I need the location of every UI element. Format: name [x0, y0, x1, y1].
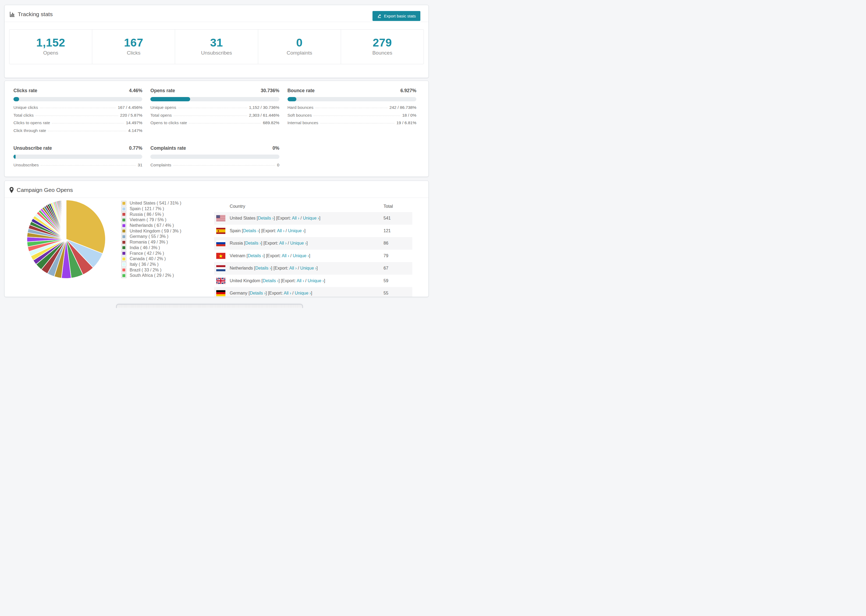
- export-unique-link[interactable]: Unique ›: [300, 266, 316, 270]
- legend-swatch: [121, 240, 126, 245]
- rate-title: Complaints rate: [150, 145, 186, 151]
- details-link[interactable]: Details ›: [245, 241, 261, 245]
- rate-detail-label: Total clicks: [13, 113, 34, 118]
- table-row: Vietnam [Details ›] [Export: All › / Uni…: [214, 250, 412, 262]
- country-name: Spain: [230, 228, 241, 233]
- table-row: Spain [Details ›] [Export: All › / Uniqu…: [214, 225, 412, 237]
- country-name: Vietnam: [230, 253, 245, 258]
- export-all-link[interactable]: All ›: [297, 278, 304, 283]
- export-all-link[interactable]: All ›: [277, 228, 285, 233]
- table-row: United Kingdom [Details ›] [Export: All …: [214, 275, 412, 287]
- export-basic-stats-button[interactable]: Export basic stats: [373, 11, 420, 21]
- legend-swatch: [121, 223, 126, 228]
- export-unique-link[interactable]: Unique ›: [288, 228, 304, 233]
- rate-title: Opens rate: [150, 88, 175, 94]
- export-unique-link[interactable]: Unique ›: [290, 241, 306, 245]
- details-link[interactable]: Details ›: [255, 266, 271, 270]
- rate-detail-value: 242 / 86.738%: [389, 105, 416, 110]
- rate-progress-bar: [13, 97, 142, 101]
- tracking-stats-card: Tracking stats Export basic stats 1,152 …: [4, 5, 429, 78]
- legend-item: France ( 42 / 2% ): [121, 250, 181, 256]
- rate-title: Bounce rate: [288, 88, 315, 94]
- legend-label: Netherlands ( 67 / 4% ): [130, 223, 174, 228]
- legend-swatch: [121, 256, 126, 261]
- rate-detail-value: 167 / 4.456%: [118, 105, 142, 110]
- legend-item: Canada ( 40 / 2% ): [121, 256, 181, 262]
- legend-swatch: [121, 251, 126, 256]
- legend-swatch: [121, 206, 126, 212]
- country-flag: [216, 240, 225, 247]
- rate-value: 0%: [272, 145, 279, 151]
- legend-swatch: [121, 273, 126, 278]
- rate-value: 30.736%: [261, 88, 279, 94]
- rate-value: 6.927%: [400, 88, 416, 94]
- table-header-row: Country Total: [214, 200, 412, 212]
- rate-block: Clicks rate 4.46% Unique clicks 167 / 4.…: [13, 88, 142, 136]
- geo-header: Campaign Geo Opens: [5, 181, 428, 198]
- rate-progress-bar: [288, 97, 416, 101]
- legend-item: Russia ( 86 / 5% ): [121, 212, 181, 217]
- export-all-link[interactable]: All ›: [282, 253, 290, 258]
- rate-detail-row: Internal bounces 19 / 6.81%: [288, 120, 416, 128]
- stat-value: 279: [341, 36, 424, 49]
- rate-progress-fill: [13, 97, 19, 101]
- legend-swatch: [121, 234, 126, 239]
- map-pin-icon: [9, 187, 14, 193]
- legend-label: Germany ( 55 / 3% ): [130, 234, 168, 239]
- dotted-leader: [315, 108, 387, 108]
- geo-body: United States ( 541 / 31% ) Spain ( 121 …: [5, 198, 428, 297]
- legend-item: Vietnam ( 79 / 5% ): [121, 217, 181, 223]
- rate-detail-label: Internal bounces: [288, 120, 318, 125]
- details-link[interactable]: Details ›: [250, 291, 266, 295]
- total-column-header: Total: [384, 204, 412, 209]
- geo-opens-pie-chart[interactable]: [26, 199, 107, 280]
- legend-item: Romania ( 49 / 3% ): [121, 239, 181, 245]
- export-all-link[interactable]: All ›: [279, 241, 287, 245]
- stat-label: Bounces: [341, 50, 424, 56]
- stat-cell: 279 Bounces: [341, 30, 424, 64]
- rate-detail-value: 2,303 / 61.446%: [249, 113, 279, 118]
- legend-swatch: [121, 228, 126, 234]
- legend-label: Spain ( 121 / 7% ): [130, 206, 164, 211]
- country-total: 121: [384, 228, 412, 233]
- rates-grid: Clicks rate 4.46% Unique clicks 167 / 4.…: [5, 81, 428, 170]
- country-name: United Kingdom: [230, 278, 260, 283]
- country-total: 59: [384, 278, 412, 283]
- details-link[interactable]: Details ›: [248, 253, 264, 258]
- legend-label: South Africa ( 29 / 2% ): [130, 273, 174, 278]
- export-all-link[interactable]: All ›: [289, 266, 297, 270]
- legend-swatch: [121, 212, 126, 217]
- export-all-link[interactable]: All ›: [284, 291, 291, 295]
- rate-detail-value: 689.82%: [263, 120, 279, 125]
- rate-detail-label: Complaints: [150, 163, 171, 167]
- details-link[interactable]: Details ›: [258, 216, 274, 220]
- stat-label: Opens: [9, 50, 92, 56]
- country-flag: [216, 290, 225, 297]
- rate-detail-label: Hard bounces: [288, 105, 313, 110]
- export-all-link[interactable]: All ›: [292, 216, 299, 220]
- country-total: 55: [384, 291, 412, 295]
- export-unique-link[interactable]: Unique ›: [308, 278, 324, 283]
- rate-detail-value: 18 / 0%: [402, 113, 416, 118]
- stat-value: 167: [92, 36, 175, 49]
- export-unique-link[interactable]: Unique ›: [293, 253, 309, 258]
- stat-cell: 31 Unsubscribes: [175, 30, 258, 64]
- rate-progress-fill: [13, 154, 16, 159]
- stat-cell: 1,152 Opens: [9, 30, 92, 64]
- rate-detail-value: 4.147%: [128, 128, 143, 133]
- rate-block: Complaints rate 0% Complaints 0: [150, 145, 279, 170]
- details-link[interactable]: Details ›: [243, 228, 259, 233]
- country-flag: [216, 265, 225, 272]
- export-unique-link[interactable]: Unique ›: [295, 291, 311, 295]
- rate-detail-value: 14.497%: [126, 120, 142, 125]
- rate-detail-label: Opens to clicks rate: [150, 120, 187, 125]
- details-link[interactable]: Details ›: [263, 278, 279, 283]
- legend-label: Romania ( 49 / 3% ): [130, 240, 168, 245]
- table-row: Germany [Details ›] [Export: All › / Uni…: [214, 287, 412, 297]
- rate-progress-fill: [150, 97, 190, 101]
- export-unique-link[interactable]: Unique ›: [303, 216, 319, 220]
- country-name: United States: [230, 216, 255, 220]
- rate-progress-fill: [288, 97, 296, 101]
- rate-detail-label: Unique clicks: [13, 105, 38, 110]
- country-flag: [216, 253, 225, 259]
